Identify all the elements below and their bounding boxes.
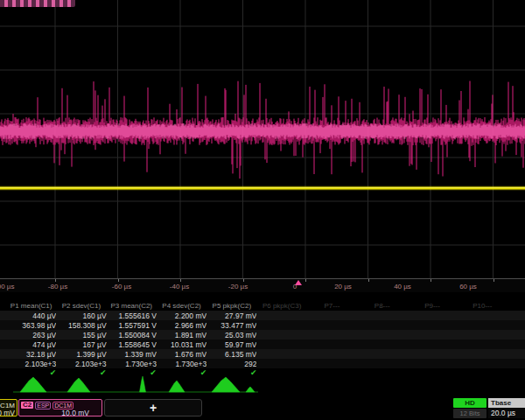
hd-mode-badge: HD [453, 398, 486, 408]
axis-tick [305, 279, 306, 282]
param-value: 2.103e+3 [6, 360, 56, 368]
param-value: 363.98 µV [6, 321, 56, 330]
param-value: 1.399 µV [56, 350, 106, 359]
param-header[interactable]: P2 sdev(C1) [56, 302, 106, 310]
param-value: 32.18 µV [6, 350, 56, 359]
param-header-unused[interactable]: P7--- [307, 302, 357, 310]
time-axis-label: 20 µs [334, 283, 352, 290]
time-axis-label: -20 µs [228, 283, 248, 290]
table-row: 2.103e+32.103e+31.730e+31.730e+3292 [0, 359, 525, 368]
timebase-descriptor[interactable]: Tbase 20.0 µs [488, 398, 525, 418]
axis-tick [494, 279, 494, 282]
param-value: 6.135 mV [206, 350, 256, 359]
param-header[interactable]: P5 pkpk(C2) [206, 302, 256, 310]
c1-scale-value: 50.0 mV [0, 410, 17, 417]
table-row: 32.18 µV1.399 µV1.339 mV1.676 mV6.135 mV [0, 349, 525, 359]
timebase-value: 20.0 µs [488, 408, 525, 418]
time-axis-label: -40 µs [170, 283, 189, 290]
table-row: P1 mean(C1)P2 sdev(C1)P3 mean(C2)P4 sdev… [0, 300, 525, 311]
axis-tick [55, 279, 56, 282]
param-header-unused[interactable]: P10--- [458, 302, 508, 310]
param-value: 1.558645 V [107, 340, 157, 349]
waveform-plot [0, 0, 525, 278]
param-value: 59.97 mV [206, 340, 256, 349]
time-axis-label: 40 µs [394, 283, 411, 290]
time-axis-label: -100 µs [0, 283, 14, 290]
param-value: 1.676 mV [157, 350, 206, 359]
table-row: 440 µV160 µV1.555616 V2.200 mV27.97 mV [0, 311, 525, 320]
table-row: 263 µV155 µV1.550084 V1.891 mV25.03 mV [0, 330, 525, 340]
param-value: 474 µV [6, 340, 56, 349]
param-value: 27.97 mV [206, 312, 256, 320]
time-axis-label: -60 µs [112, 283, 131, 290]
c2-esp-badge: ESP [35, 402, 51, 410]
param-value: 1.891 mV [157, 331, 206, 340]
param-value: 155 µV [56, 331, 106, 340]
axis-tick [243, 279, 244, 282]
param-value: 1.555616 V [107, 312, 157, 320]
param-value: 263 µV [6, 331, 56, 340]
param-value: 2.966 mV [157, 321, 206, 330]
param-value: 1.339 mV [107, 350, 157, 359]
table-row: 474 µV167 µV1.558645 V10.031 mV59.97 mV [0, 340, 525, 349]
waveform-grid[interactable] [0, 0, 525, 278]
param-value: 33.477 mV [206, 321, 256, 330]
param-value: 167 µV [56, 340, 106, 349]
param-value: 10.031 mV [157, 340, 206, 349]
channel-c1-descriptor[interactable]: DC1M 50.0 mV [0, 399, 18, 416]
param-value: 1.557591 V [107, 321, 157, 330]
trigger-time-marker-icon[interactable] [295, 280, 302, 285]
channel-c2-descriptor[interactable]: C2 ESP DC1M 10.0 mV [18, 399, 102, 416]
param-value: 2.200 mV [157, 312, 206, 320]
param-header[interactable]: P1 mean(C1) [6, 302, 56, 310]
trace-label-badge [0, 0, 75, 7]
bit-depth-label: 12 Bits [453, 409, 486, 418]
param-header-unused[interactable]: P9--- [407, 302, 457, 310]
table-row: 363.98 µV158.308 µV1.557591 V2.966 mV33.… [0, 320, 525, 330]
axis-tick [180, 279, 181, 282]
param-value: 1.730e+3 [157, 360, 206, 368]
param-value: 2.103e+3 [56, 360, 106, 368]
param-header[interactable]: P3 mean(C2) [107, 302, 157, 310]
measurement-table: P1 mean(C1)P2 sdev(C1)P3 mean(C2)P4 sdev… [0, 300, 525, 377]
axis-tick [430, 279, 431, 282]
param-header-unused[interactable]: P8--- [357, 302, 407, 310]
param-header-unused[interactable]: P11 [508, 302, 525, 310]
param-value: 1.730e+3 [107, 360, 157, 368]
parameter-histicons [0, 372, 525, 398]
time-axis-label: -80 µs [48, 283, 67, 290]
time-axis: -100 µs-80 µs-60 µs-40 µs-20 µs020 µs40 … [0, 278, 525, 292]
param-header[interactable]: P4 sdev(C2) [157, 302, 206, 310]
c2-label: C2 [21, 402, 33, 409]
timebase-title: Tbase [488, 398, 525, 408]
param-value: 440 µV [6, 312, 56, 320]
param-value: 1.550084 V [107, 331, 157, 340]
oscilloscope-screen: -100 µs-80 µs-60 µs-40 µs-20 µs020 µs40 … [0, 0, 525, 420]
param-value: 25.03 mV [206, 331, 256, 340]
add-trace-button[interactable]: + [104, 399, 202, 416]
c2-scale-value: 10.0 mV [19, 410, 102, 417]
param-value: 160 µV [56, 312, 106, 320]
axis-tick [368, 279, 369, 282]
time-axis-label: 60 µs [459, 283, 477, 290]
param-value: 292 [206, 360, 256, 368]
param-value: 158.308 µV [56, 321, 106, 330]
descriptor-bar: DC1M 50.0 mV C2 ESP DC1M 10.0 mV + HD 12… [0, 396, 525, 420]
axis-tick [118, 279, 119, 282]
param-header-unused[interactable]: P6 pkpk(C3) [256, 302, 306, 310]
plus-icon: + [150, 402, 157, 414]
